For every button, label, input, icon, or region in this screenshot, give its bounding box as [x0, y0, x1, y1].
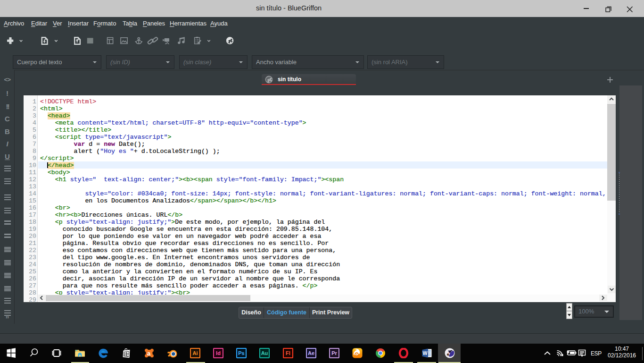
svg-text:W: W	[423, 350, 428, 356]
svg-text:a: a	[147, 350, 151, 357]
